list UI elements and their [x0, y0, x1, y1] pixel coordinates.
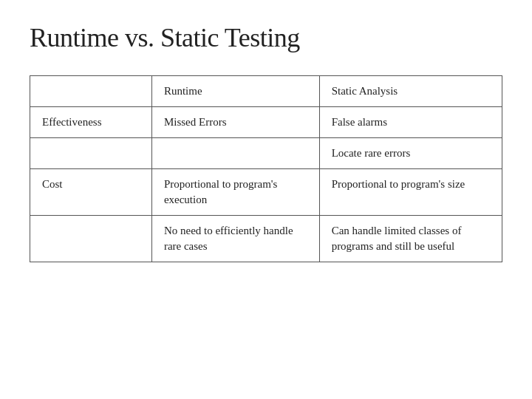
table-row: Cost Proportional to program's execution…: [30, 169, 502, 216]
comparison-table: Runtime Static Analysis Effectiveness Mi…: [30, 75, 502, 262]
row-rare-static: Can handle limited classes of programs a…: [319, 216, 502, 262]
row-effectiveness-static: False alarms: [319, 107, 502, 138]
row-rare-runtime: No need to efficiently handle rare cases: [151, 216, 319, 262]
row-locate-static: Locate rare errors: [319, 138, 502, 169]
page-title: Runtime vs. Static Testing: [30, 22, 502, 53]
table-row: No need to efficiently handle rare cases…: [30, 216, 502, 262]
header-static: Static Analysis: [319, 76, 502, 107]
table-row: Effectiveness Missed Errors False alarms: [30, 107, 502, 138]
row-locate-label: [30, 138, 152, 169]
table-header-row: Runtime Static Analysis: [30, 76, 502, 107]
page-container: Runtime vs. Static Testing Runtime Stati…: [0, 0, 532, 399]
row-cost-label: Cost: [30, 169, 152, 216]
header-runtime: Runtime: [151, 76, 319, 107]
row-cost-runtime: Proportional to program's execution: [151, 169, 319, 216]
row-locate-runtime: [151, 138, 319, 169]
row-rare-label: [30, 216, 152, 262]
header-label-empty: [30, 76, 152, 107]
row-effectiveness-runtime: Missed Errors: [151, 107, 319, 138]
row-effectiveness-label: Effectiveness: [30, 107, 152, 138]
row-cost-static: Proportional to program's size: [319, 169, 502, 216]
table-row: Locate rare errors: [30, 138, 502, 169]
